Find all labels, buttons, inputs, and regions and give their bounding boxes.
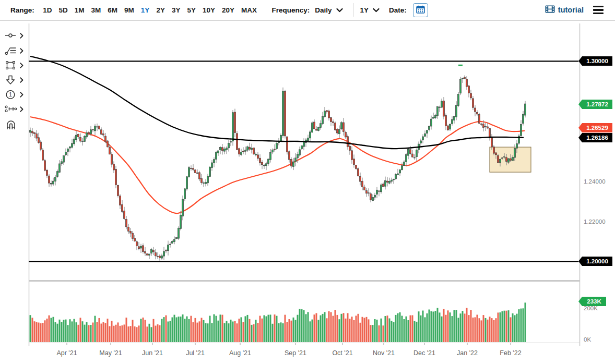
chevron-right-icon (20, 106, 23, 112)
range-option-5d[interactable]: 5D (59, 6, 68, 14)
range-option-2y[interactable]: 2Y (156, 6, 165, 14)
range-option-10y[interactable]: 10Y (203, 6, 215, 14)
date-label: Date: (389, 6, 407, 14)
price-tag-value: 1.26529 (586, 125, 608, 131)
frequency-label: Frequency: (271, 6, 310, 14)
shape-icon (5, 60, 17, 70)
month-label: Apr '21 (56, 349, 77, 357)
chevron-right-icon (20, 63, 23, 68)
measure-icon (5, 104, 17, 114)
month-label: Feb '22 (500, 349, 521, 357)
price-tag-value: 1.30000 (586, 58, 608, 64)
range-option-1m[interactable]: 1M (75, 6, 85, 14)
month-label: Sep '21 (285, 349, 306, 357)
month-label: Aug '21 (229, 349, 251, 357)
price-volume-chart[interactable]: Apr '21May '21Jun '21Jul '21Aug '21Sep '… (0, 0, 615, 364)
chevron-right-icon (20, 48, 23, 54)
range-option-6m[interactable]: 6M (108, 6, 117, 14)
arrow-down-icon (5, 75, 17, 85)
axis-label: 0K (584, 336, 591, 343)
number-marker-tool[interactable]: 1 (5, 88, 23, 101)
range-option-max[interactable]: MAX (241, 6, 257, 14)
trendline-icon (5, 31, 17, 40)
x-axis: Apr '21May '21Jun '21Jul '21Aug '21Sep '… (56, 343, 521, 357)
toolbar-separator (353, 3, 353, 17)
ma-red-line (30, 117, 525, 213)
trendline-tool[interactable] (5, 29, 23, 42)
month-label: Oct '21 (332, 349, 352, 357)
range-option-3m[interactable]: 3M (91, 6, 101, 14)
menu-button[interactable] (592, 5, 605, 16)
arrow-tool[interactable] (5, 74, 23, 86)
chevron-right-icon (20, 77, 23, 83)
chevron-right-icon (20, 33, 23, 39)
measure-tool[interactable] (5, 103, 23, 115)
chart-frame (29, 23, 580, 346)
range-option-5y[interactable]: 5Y (187, 6, 196, 14)
tutorial-button[interactable]: tutorial (545, 5, 584, 15)
period-value: 1Y (360, 6, 369, 14)
month-label: Dec '21 (413, 349, 435, 357)
chevron-down-icon (336, 6, 343, 14)
range-selector: 1D5D1M3M6M9M1Y2Y3Y5Y10Y20YMAX (40, 6, 261, 14)
axis-label: 1.24000 (584, 178, 606, 185)
price-tag-value: 1.20000 (586, 258, 608, 264)
range-option-1d[interactable]: 1D (43, 6, 52, 14)
chevron-down-icon (373, 6, 380, 14)
toolbar: Range: 1D5D1M3M6M9M1Y2Y3Y5Y10Y20YMAX Fre… (0, 0, 615, 21)
price-tag-value: 1.26186 (586, 135, 608, 141)
shape-tool[interactable] (5, 59, 23, 71)
calendar-icon (416, 5, 425, 15)
range-label: Range: (10, 6, 34, 14)
hamburger-icon (593, 6, 604, 8)
annotation-list-tool[interactable] (5, 44, 23, 57)
price-tag-value: 1.27872 (586, 101, 608, 107)
period-select[interactable]: 1Y (360, 6, 380, 14)
date-picker-button[interactable] (413, 3, 428, 17)
range-option-9m[interactable]: 9M (124, 6, 134, 14)
price-tag-value: 233K (587, 298, 601, 305)
annotation-list-icon (5, 46, 17, 55)
frequency-select[interactable]: Daily (315, 6, 342, 14)
month-label: Jul '21 (186, 349, 205, 357)
magnet-snap-tool[interactable] (5, 119, 17, 131)
range-option-1y[interactable]: 1Y (141, 6, 150, 14)
number-one-icon: 1 (5, 90, 17, 100)
axis-label: 1.22000 (584, 219, 606, 225)
candlestick-layer (30, 76, 526, 261)
range-option-3y[interactable]: 3Y (172, 6, 181, 14)
month-label: Nov '21 (373, 349, 395, 357)
film-icon (545, 5, 555, 15)
range-option-20y[interactable]: 20Y (222, 6, 234, 14)
frequency-value: Daily (315, 6, 332, 14)
number-marker-glyph: 1 (9, 91, 12, 98)
magnet-icon (5, 120, 17, 130)
chevron-right-icon (20, 92, 23, 98)
tutorial-label: tutorial (558, 6, 584, 14)
month-label: Jan '22 (457, 349, 478, 357)
month-label: May '21 (99, 349, 122, 357)
volume-layer (30, 302, 526, 342)
month-label: Jun '21 (142, 349, 163, 357)
